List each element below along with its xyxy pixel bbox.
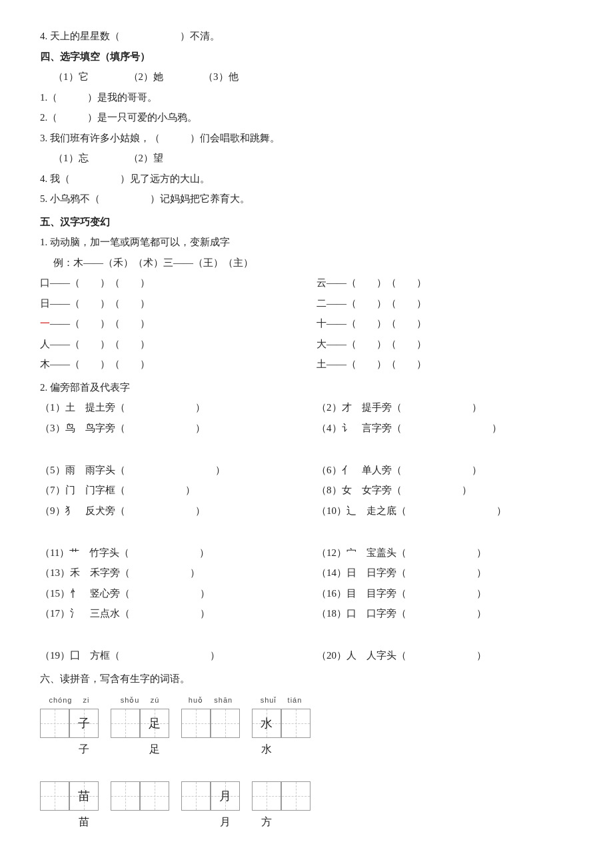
sec6-item-fang (252, 766, 310, 811)
charbox-yue1[interactable] (181, 781, 211, 811)
radical-row2: （3）鸟 鸟字旁（ ） （4）讠 言字旁（ ） (40, 419, 573, 438)
section4-choices2: （1）忘 （2）望 (53, 149, 573, 168)
radical-6: （6）亻 单人旁（ ） (316, 461, 573, 480)
radical-12: （12）宀 宝盖头（ ） (316, 543, 573, 563)
charbox-chong1[interactable] (40, 709, 69, 738)
sec6-row2-labels: 苗 月 方 (40, 812, 573, 832)
radical-3: （3）鸟 鸟字旁（ ） (40, 419, 297, 438)
radical-8: （8）女 女字旁（ ） (316, 481, 573, 500)
label-fang1: 方 (252, 812, 281, 832)
radical-spacer1 (40, 439, 573, 458)
q1: 1.（ ）是我的哥哥。 (40, 88, 573, 107)
charbox-fang1[interactable] (252, 781, 281, 811)
pinyin-fang (280, 766, 283, 780)
section6: 六、读拼音，写含有生字的词语。 chóng zi 子 shǒu zú (40, 669, 573, 833)
charboxes-miao: 苗 (40, 781, 99, 811)
radical-13: （13）禾 禾字旁（ ） (40, 563, 297, 583)
s5-row2: 日——（ ）（ ） 二——（ ）（ ） (40, 294, 573, 313)
radical-17: （17）氵 三点水（ ） (40, 604, 297, 623)
charboxes-shou: 足 (111, 709, 169, 738)
worksheet: 4. 天上的星星数（ ）不清。 四、选字填空（填序号） （1）它 （2）她 （3… (40, 27, 573, 833)
charbox-miao1[interactable] (40, 781, 69, 811)
sec6-item-miao: 苗 (40, 766, 99, 811)
sec6-row2: 苗 月 (40, 766, 573, 811)
charbox-chong2: 子 (69, 709, 99, 738)
radical-5: （5）雨 雨字头（ ） (40, 461, 297, 480)
radical-spacer2 (40, 521, 573, 541)
charbox-blank1b[interactable] (140, 781, 169, 811)
q2: 2.（ ）是一只可爱的小乌鸦。 (40, 108, 573, 127)
radical-row5: （9）犭 反犬旁（ ） （10）辶 走之底（ ） (40, 501, 573, 521)
label-b1a (111, 812, 140, 832)
q3: 3. 我们班有许多小姑娘，（ ）们会唱歌和跳舞。 (40, 129, 573, 148)
label-miao1 (40, 812, 69, 832)
s5-row3: 一——（ ）（ ） 十——（ ）（ ） (40, 314, 573, 333)
label-huo1 (181, 739, 211, 759)
s5-row2-left: 日——（ ）（ ） (40, 294, 297, 313)
label-shui1: 水 (252, 739, 281, 759)
radical-11: （11）艹 竹字头（ ） (40, 543, 297, 563)
radical-19: （19）囗 方框（ ） (40, 646, 297, 665)
s5-row2-right: 二——（ ）（ ） (316, 294, 573, 313)
q5: 5. 小乌鸦不（ ）记妈妈把它养育大。 (40, 189, 573, 209)
sec6-item-shou: shǒu zú 足 (111, 693, 169, 738)
sec6-item-blank1 (111, 766, 169, 811)
charboxes-yue: 月 (181, 781, 240, 811)
q4: 4. 我（ ）见了远方的大山。 (40, 169, 573, 189)
s5-2-title: 2. 偏旁部首及代表字 (40, 378, 573, 397)
label-chong1 (40, 739, 69, 759)
section4-choices1: （1）它 （2）她 （3）他 (53, 67, 573, 87)
label-b1b (140, 812, 169, 832)
charbox-shou1[interactable] (111, 709, 140, 738)
s5-row4-left: 人——（ ）（ ） (40, 335, 297, 354)
label-huo2 (211, 739, 240, 759)
radical-1: （1）土 提土旁（ ） (40, 398, 297, 417)
label-yue2: 月 (211, 812, 240, 832)
charbox-yue2: 月 (211, 781, 240, 811)
charbox-shou2: 足 (140, 709, 169, 738)
charbox-shui2[interactable] (281, 709, 310, 738)
charbox-shui1: 水 (252, 709, 281, 738)
radical-row8: （15）忄 竖心旁（ ） （16）目 目字旁（ ） (40, 584, 573, 603)
sec6-item-huo: huǒ shān (181, 693, 240, 738)
radical-row4: （7）门 门字框（ ） （8）女 女字旁（ ） (40, 481, 573, 500)
s5-row5-left: 木——（ ）（ ） (40, 355, 297, 374)
charbox-huo2[interactable] (211, 709, 240, 738)
charbox-huo1[interactable] (181, 709, 211, 738)
label-shou2: 足 (140, 739, 169, 759)
charboxes-chong: 子 (40, 709, 99, 738)
label-miao2: 苗 (69, 812, 99, 832)
radical-9: （9）犭 反犬旁（ ） (40, 501, 297, 521)
label-shui2 (281, 739, 310, 759)
pinyin-yue (209, 766, 212, 780)
section4-title: 四、选字填空（填序号） (40, 47, 573, 67)
sec6-item-shui: shuǐ tián 水 (252, 693, 310, 738)
radical-row9: （17）氵 三点水（ ） （18）口 口字旁（ ） (40, 604, 573, 623)
s5-row5-right: 土——（ ）（ ） (316, 355, 573, 374)
item4-text: 4. 天上的星星数（ ）不清。 (40, 31, 220, 41)
sec6-row1-labels: 子 足 水 (40, 739, 573, 759)
s5-row5: 木——（ ）（ ） 土——（ ）（ ） (40, 355, 573, 374)
section5: 五、汉字巧变幻 1. 动动脑，加一笔或两笔都可以，变新成字 例：木——（禾）（术… (40, 213, 573, 665)
label-yue1 (181, 812, 211, 832)
pinyin-blank1 (139, 766, 141, 780)
charboxes-blank1 (111, 781, 169, 811)
radical-row3: （5）雨 雨字头（ ） （6）亻 单人旁（ ） (40, 461, 573, 480)
radical-row7: （13）禾 禾字旁（ ） （14）日 日字旁（ ） (40, 563, 573, 583)
radical-15: （15）忄 竖心旁（ ） (40, 584, 297, 603)
section5-title: 五、汉字巧变幻 (40, 213, 573, 232)
s5-row1-right: 云——（ ）（ ） (316, 273, 573, 293)
radical-14: （14）日 日字旁（ ） (316, 563, 573, 583)
radical-18: （18）口 口字旁（ ） (316, 604, 573, 623)
label-chong2: 子 (69, 739, 99, 759)
pinyin-chong: chóng zi (49, 693, 89, 707)
charbox-fang2[interactable] (281, 781, 310, 811)
sec6-row1: chóng zi 子 shǒu zú 足 (40, 693, 573, 738)
item4: 4. 天上的星星数（ ）不清。 (40, 27, 573, 46)
sec6-item-chong: chóng zi 子 (40, 693, 99, 738)
pinyin-miao (68, 766, 71, 780)
pinyin-shui: shuǐ tián (261, 693, 303, 707)
label-fang2 (281, 812, 310, 832)
radical-10: （10）辶 走之底（ ） (316, 501, 573, 521)
charbox-blank1a[interactable] (111, 781, 140, 811)
